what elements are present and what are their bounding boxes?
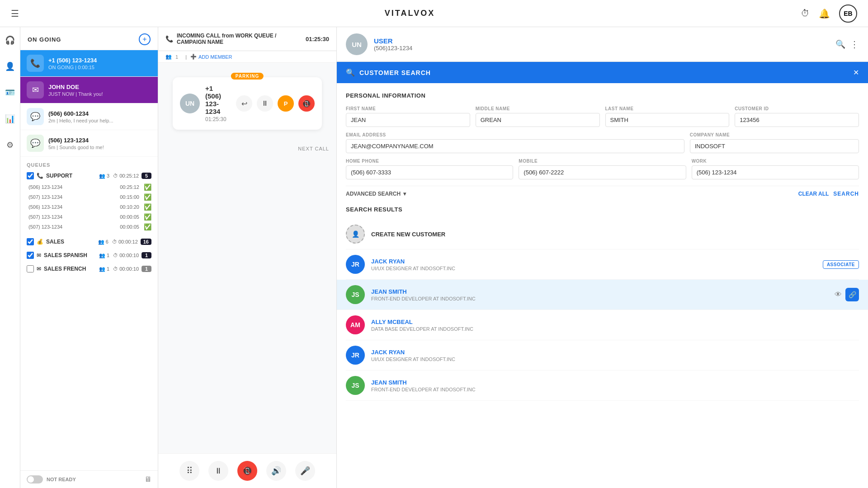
list-item[interactable]: JS JEAN SMITH FRONT-END DEVELOPER AT IND… [346,371,859,401]
list-item[interactable]: AM ALLY MCBEAL DATA BASE DEVELOPER AT IN… [346,310,859,340]
mobile-input[interactable] [519,165,686,179]
conv-info: (506) 123-1234 5m | Sounds good to me! [48,137,151,150]
sidebar-item-settings[interactable]: ⚙ [4,137,16,153]
search-button[interactable]: SEARCH [833,191,859,197]
list-item[interactable]: 📞 +1 (506) 123-1234 ON GOING | 0:00:15 [20,50,158,77]
home-phone-input[interactable] [346,165,513,179]
topnav-right: ⏱ 🔔 EB [801,5,857,23]
clear-all-button[interactable]: CLEAR ALL [798,191,829,197]
middle-panel: 📞 INCOMING CALL from WORK QUEUE / CAMPAI… [158,27,337,488]
company-input[interactable] [690,139,859,153]
list-item[interactable]: JS JEAN SMITH FRONT-END DEVELOPER AT IND… [337,280,868,310]
park-button[interactable]: P [278,95,294,112]
queue-badge: 1 [142,252,151,258]
not-ready-toggle[interactable] [27,475,43,483]
advanced-search-toggle[interactable]: ADVANCED SEARCH ▾ [346,191,406,197]
customer-id-input[interactable] [735,113,859,127]
form-row-1: FIRST NAME MIDDLE NAME LAST NAME CU [346,106,859,127]
result-avatar-jr: JR [346,255,365,274]
email-field: EMAIL ADDRESS [346,132,684,153]
associate-button[interactable]: ASSOCIATE [823,260,859,269]
bell-icon[interactable]: 🔔 [819,8,830,19]
end-call-button[interactable]: 📵 [237,461,257,481]
list-item[interactable]: 👤 CREATE NEW CUSTOMER [346,219,859,249]
link-button[interactable]: 🔗 [845,288,859,301]
queue-name: SUPPORT [46,173,96,179]
last-name-input[interactable] [605,113,730,127]
volume-button[interactable]: 🔊 [266,461,286,481]
queues-section: QUEUES 📞 SUPPORT 👥 3 ⏱ 00:25:12 5 (506) … [20,157,158,470]
cs-header: 🔍 CUSTOMER SEARCH ✕ [337,62,868,83]
call-time: 01:25:30 [205,116,231,122]
close-search-button[interactable]: ✕ [853,68,859,77]
queue-checkbox-sales-spanish[interactable] [27,252,34,259]
queue-checkbox-support[interactable] [27,172,34,179]
list-item[interactable]: 💬 (506) 600-1234 2m | Hello, I need your… [20,103,158,130]
sidebar-item-id[interactable]: 🪪 [2,85,18,100]
queue-checkbox-sales[interactable] [27,238,34,245]
queue-header: 💰 SALES 👥 6 ⏱ 00:00:12 16 [27,238,151,245]
dialpad-button[interactable]: ⠿ [179,461,199,481]
result-role: UI/UX DESIGNER AT INDOSOFT.INC [371,266,816,271]
list-item[interactable]: 💬 (506) 123-1234 5m | Sounds good to me! [20,130,158,157]
last-name-label: LAST NAME [605,106,730,111]
transfer-button[interactable]: ↩ [236,95,252,112]
table-row: (507) 123-1234 00:00:05 ✅ [28,222,151,232]
view-button[interactable]: 👁 [835,291,842,299]
sidebar-item-contacts[interactable]: 👤 [2,59,18,74]
company-field: COMPANY NAME [690,132,859,153]
email-input[interactable] [346,139,684,153]
user-avatar-right: UN [346,33,368,55]
result-avatar-jr2: JR [346,346,365,365]
user-avatar[interactable]: EB [839,5,857,23]
personal-info-form: FIRST NAME MIDDLE NAME LAST NAME CU [346,106,859,179]
conv-name: (506) 600-1234 [48,110,151,117]
search-header-icon: 🔍 [346,68,355,77]
results-title: SEARCH RESULTS [346,206,859,213]
first-name-input[interactable] [346,113,470,127]
mic-button[interactable]: 🎤 [295,461,315,481]
result-actions: 👁 🔗 [835,288,859,301]
customer-id-label: CUSTOMER ID [735,106,859,111]
call-actions: ↩ ⏸ P 📵 [236,95,315,112]
more-options-button[interactable]: ⋮ [850,39,859,50]
search-actions: CLEAR ALL SEARCH [798,191,859,197]
result-name: JACK RYAN [371,349,859,356]
conv-info: (506) 600-1234 2m | Hello, I need your h… [48,110,151,123]
work-input[interactable] [692,165,859,179]
result-role: DATA BASE DEVELOPER AT INDOSOFT.INC [371,326,859,332]
menu-icon[interactable]: ☰ [11,8,19,19]
queue-meta: 👥 1 ⏱ 00:00:10 [99,266,139,272]
queue-meta: 👥 6 ⏱ 00:00:12 [98,239,138,245]
chevron-down-icon: ▾ [403,191,406,197]
sidebar-item-reports[interactable]: 📊 [2,111,18,127]
hold-button[interactable]: ⏸ [257,95,273,112]
result-name: JACK RYAN [371,258,816,265]
add-member-button[interactable]: ➕ ADD MEMBER [190,54,232,60]
hangup-button[interactable]: 📵 [298,95,315,112]
history-icon[interactable]: ⏱ [801,8,810,19]
middle-name-input[interactable] [476,113,600,127]
sidebar-item-phone[interactable]: 🎧 [2,33,18,48]
queue-badge: 16 [141,239,151,245]
list-item[interactable]: JR JACK RYAN UI/UX DESIGNER AT INDOSOFT.… [346,249,859,280]
search-icon-button[interactable]: 🔍 [835,39,845,49]
queue-sales-french: ✉ SALES FRENCH 👥 1 ⏱ 00:00:10 1 [27,265,151,272]
user-header: UN USER (506)123-1234 🔍 ⋮ [337,27,868,62]
new-customer-icon: 👤 [346,225,365,244]
list-item[interactable]: ✉ JOHN DOE JUST NOW | Thank you! [20,77,158,103]
first-name-field: FIRST NAME [346,106,470,127]
call-card-wrapper: PARKING UN +1 (506) 123-1234 01:25:30 ↩ … [158,63,336,144]
right-panel: UN USER (506)123-1234 🔍 ⋮ 🔍 CUSTOMER SEA… [337,27,868,488]
company-label: COMPANY NAME [690,132,859,137]
result-info: JACK RYAN UI/UX DESIGNER AT INDOSOFT.INC [371,258,816,271]
phone-conv-icon: 📞 [27,55,44,72]
add-conversation-button[interactable]: + [139,33,151,45]
advanced-search-row: ADVANCED SEARCH ▾ CLEAR ALL SEARCH [346,186,859,197]
result-actions: ASSOCIATE [823,260,859,269]
list-item[interactable]: JR JACK RYAN UI/UX DESIGNER AT INDOSOFT.… [346,340,859,371]
queue-checkbox-sales-french[interactable] [27,265,34,272]
screen-share-icon[interactable]: 🖥 [144,475,151,483]
pause-button[interactable]: ⏸ [208,461,228,481]
personal-info-title: PERSONAL INFORMATION [346,92,859,99]
